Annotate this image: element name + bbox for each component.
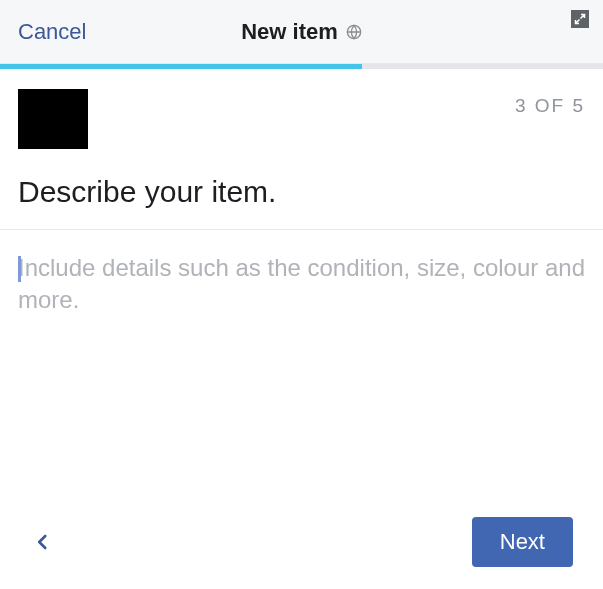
footer: Next xyxy=(0,517,603,567)
prompt-heading: Describe your item. xyxy=(18,175,585,209)
header: Cancel New item xyxy=(0,0,603,64)
next-button[interactable]: Next xyxy=(472,517,573,567)
item-thumbnail[interactable] xyxy=(18,89,88,149)
description-field-wrap xyxy=(18,230,585,406)
globe-icon[interactable] xyxy=(346,24,362,40)
expand-icon[interactable] xyxy=(571,10,589,28)
top-row: 3 OF 5 xyxy=(18,89,585,149)
step-counter: 3 OF 5 xyxy=(515,95,585,117)
back-button[interactable] xyxy=(30,522,56,562)
description-input[interactable] xyxy=(18,252,585,402)
header-title-wrap: New item xyxy=(0,19,603,45)
cancel-button[interactable]: Cancel xyxy=(18,19,86,45)
content: 3 OF 5 Describe your item. xyxy=(0,69,603,209)
chevron-left-icon xyxy=(34,528,52,556)
page-title: New item xyxy=(241,19,338,45)
text-cursor xyxy=(18,256,21,282)
